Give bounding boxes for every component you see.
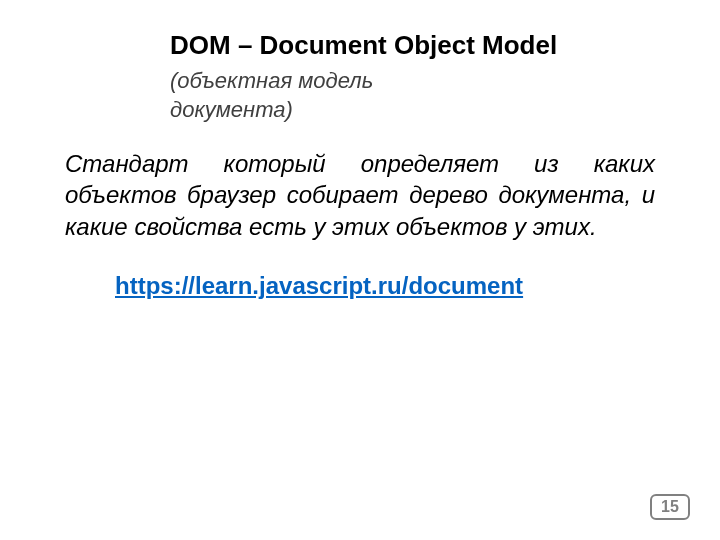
- slide-title: DOM – Document Object Model: [170, 30, 660, 61]
- slide-subtitle: (объектная модель документа): [170, 67, 470, 124]
- slide-container: DOM – Document Object Model (объектная м…: [0, 0, 720, 540]
- body-paragraph: Стандарт который определяет из каких объ…: [60, 148, 660, 242]
- page-number-badge: 15: [650, 494, 690, 520]
- reference-link[interactable]: https://learn.javascript.ru/document: [115, 272, 523, 300]
